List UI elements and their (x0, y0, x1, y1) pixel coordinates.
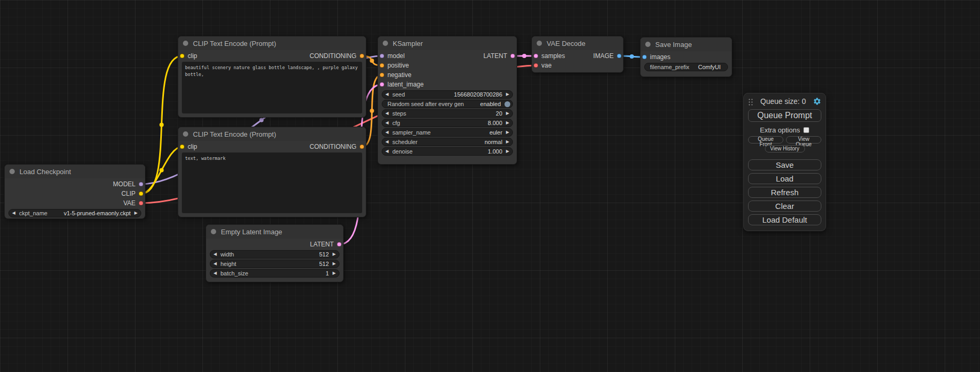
negative-prompt-textarea[interactable]: text, watermark (182, 152, 362, 213)
samples-input-port[interactable] (533, 54, 538, 59)
output-label: IMAGE (593, 52, 614, 60)
image-output-port[interactable] (617, 54, 622, 59)
widget-name: Random seed after every gen (387, 101, 464, 107)
decrement-arrow-icon[interactable]: ◀ (385, 92, 389, 97)
images-input-port[interactable] (642, 55, 647, 60)
random-seed-toggle-widget[interactable]: Random seed after every gen enabled (382, 100, 513, 108)
output-label: VAE (123, 199, 135, 207)
denoise-widget[interactable]: ◀ denoise 1.000 ▶ (382, 147, 513, 156)
model-input-port[interactable] (380, 54, 384, 59)
extra-options-checkbox[interactable] (803, 127, 809, 133)
decrement-arrow-icon[interactable]: ◀ (12, 211, 15, 215)
node-header[interactable]: VAE Decode (532, 36, 623, 50)
node-load-checkpoint[interactable]: Load Checkpoint MODEL CLIP VAE ◀ ckpt_na… (4, 164, 145, 219)
queue-prompt-button[interactable]: Queue Prompt (748, 109, 821, 122)
node-ksampler[interactable]: KSampler model LATENT positive negative … (377, 36, 517, 165)
decrement-arrow-icon[interactable]: ◀ (385, 130, 389, 135)
collapse-dot-icon[interactable] (537, 41, 542, 46)
decrement-arrow-icon[interactable]: ◀ (385, 149, 389, 154)
node-header[interactable]: CLIP Text Encode (Prompt) (178, 36, 366, 50)
output-label: CONDITIONING (309, 52, 356, 60)
output-label: LATENT (310, 241, 334, 248)
decrement-arrow-icon[interactable]: ◀ (385, 121, 389, 125)
increment-arrow-icon[interactable]: ▶ (506, 130, 509, 135)
node-header[interactable]: CLIP Text Encode (Prompt) (178, 127, 366, 141)
decrement-arrow-icon[interactable]: ◀ (385, 111, 389, 116)
latent-output-port[interactable] (510, 54, 515, 59)
load-default-button[interactable]: Load Default (748, 214, 821, 225)
slot-row: clip CONDITIONING (178, 51, 366, 61)
input-label: latent_image (387, 81, 424, 88)
steps-widget[interactable]: ◀ steps 20 ▶ (382, 109, 513, 118)
increment-arrow-icon[interactable]: ▶ (506, 149, 509, 154)
seed-widget[interactable]: ◀ seed 156680208700286 ▶ (382, 90, 513, 99)
node-header[interactable]: Empty Latent Image (206, 225, 343, 239)
collapse-dot-icon[interactable] (183, 131, 188, 137)
clear-button[interactable]: Clear (748, 201, 821, 212)
clip-output-port[interactable] (139, 192, 143, 196)
increment-arrow-icon[interactable]: ▶ (333, 252, 336, 256)
slot-row: MODEL (5, 179, 145, 189)
model-output-port[interactable] (139, 182, 143, 187)
collapse-dot-icon[interactable] (383, 41, 388, 46)
queue-front-button[interactable]: Queue Front (748, 136, 783, 144)
decrement-arrow-icon[interactable]: ◀ (214, 252, 217, 256)
batch-size-widget[interactable]: ◀ batch_size 1 ▶ (210, 269, 339, 278)
collapse-dot-icon[interactable] (9, 169, 15, 174)
conditioning-output-port[interactable] (360, 54, 364, 59)
load-button[interactable]: Load (748, 173, 821, 184)
node-header[interactable]: Save Image (641, 37, 732, 51)
widget-value: 512 (319, 251, 328, 257)
scheduler-widget[interactable]: ◀ scheduler normal ▶ (382, 138, 513, 146)
widget-value: ComfyUI (698, 64, 721, 70)
node-clip-text-encode-negative[interactable]: CLIP Text Encode (Prompt) clip CONDITION… (178, 127, 366, 217)
view-history-button[interactable]: View History (765, 145, 805, 152)
queue-menu-header: Queue size: 0 (748, 97, 821, 106)
increment-arrow-icon[interactable]: ▶ (506, 140, 509, 144)
decrement-arrow-icon[interactable]: ◀ (214, 262, 217, 266)
sampler-name-widget[interactable]: ◀ sampler_name euler ▶ (382, 128, 513, 137)
height-widget[interactable]: ◀ height 512 ▶ (210, 260, 339, 268)
drag-handle-icon[interactable] (748, 98, 753, 106)
node-clip-text-encode-positive[interactable]: CLIP Text Encode (Prompt) clip CONDITION… (178, 36, 366, 118)
decrement-arrow-icon[interactable]: ◀ (385, 140, 389, 144)
ckpt-name-widget[interactable]: ◀ ckpt_name v1-5-pruned-emaonly.ckpt ▶ (8, 209, 141, 217)
negative-input-port[interactable] (380, 73, 384, 78)
vae-output-port[interactable] (139, 201, 143, 206)
increment-arrow-icon[interactable]: ▶ (506, 111, 509, 116)
clip-input-port[interactable] (180, 145, 185, 149)
node-header[interactable]: Load Checkpoint (5, 165, 145, 178)
filename-prefix-widget[interactable]: filename_prefix ComfyUI (644, 63, 728, 71)
increment-arrow-icon[interactable]: ▶ (134, 211, 138, 215)
increment-arrow-icon[interactable]: ▶ (333, 271, 336, 275)
decrement-arrow-icon[interactable]: ◀ (214, 271, 217, 275)
increment-arrow-icon[interactable]: ▶ (506, 92, 509, 97)
refresh-button[interactable]: Refresh (748, 187, 821, 198)
increment-arrow-icon[interactable]: ▶ (333, 262, 336, 266)
cfg-widget[interactable]: ◀ cfg 8.000 ▶ (382, 119, 513, 127)
clip-input-port[interactable] (180, 54, 185, 59)
view-queue-button[interactable]: View Queue (786, 136, 821, 144)
increment-arrow-icon[interactable]: ▶ (506, 121, 509, 125)
node-canvas[interactable]: Load Checkpoint MODEL CLIP VAE ◀ ckpt_na… (0, 0, 980, 372)
node-empty-latent-image[interactable]: Empty Latent Image LATENT ◀ width 512 ▶ … (206, 224, 344, 282)
collapse-dot-icon[interactable] (183, 41, 188, 46)
slot-row: positive (378, 61, 517, 70)
vae-input-port[interactable] (533, 63, 538, 68)
extra-options-label: Extra options (760, 126, 800, 134)
conditioning-output-port[interactable] (360, 145, 364, 149)
node-vae-decode[interactable]: VAE Decode samples IMAGE vae (531, 36, 624, 73)
collapse-dot-icon[interactable] (211, 229, 216, 234)
width-widget[interactable]: ◀ width 512 ▶ (210, 250, 339, 259)
node-save-image[interactable]: Save Image images filename_prefix ComfyU… (640, 37, 732, 77)
latent-image-input-port[interactable] (380, 82, 384, 87)
collapse-dot-icon[interactable] (645, 42, 651, 47)
toggle-dot-icon[interactable] (504, 101, 510, 107)
gear-icon[interactable] (813, 97, 821, 106)
widget-name: scheduler (392, 139, 418, 145)
latent-output-port[interactable] (337, 242, 342, 247)
positive-prompt-textarea[interactable]: beautiful scenery nature glass bottle la… (182, 62, 362, 113)
save-button[interactable]: Save (748, 159, 821, 170)
positive-input-port[interactable] (380, 63, 384, 68)
node-header[interactable]: KSampler (378, 36, 517, 50)
